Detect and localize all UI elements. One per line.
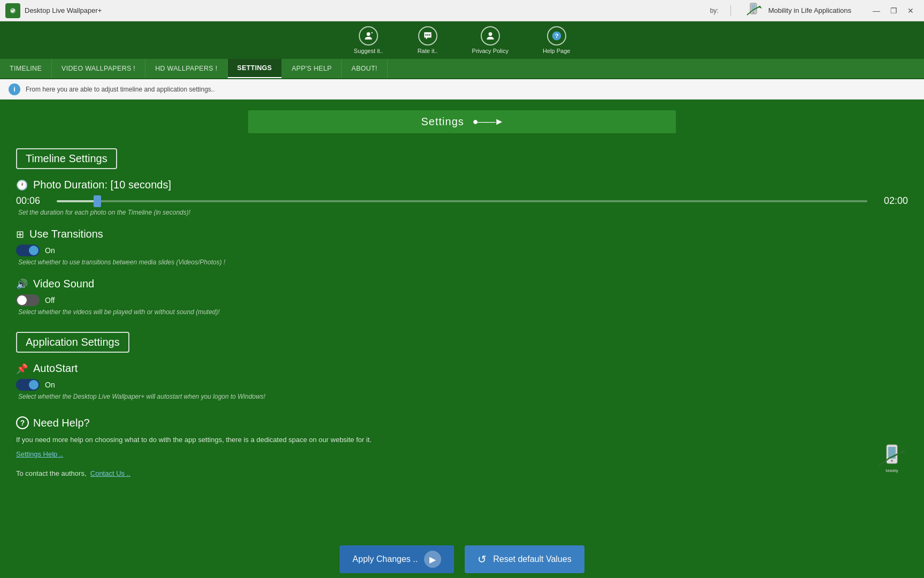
help-text2-container: To contact the authors, Contact Us .. (16, 468, 908, 480)
tab-timeline[interactable]: TIMELINE (0, 59, 52, 78)
autostart-knob (29, 380, 38, 390)
app-logo (5, 3, 20, 18)
transitions-row: ⊞ Use Transitions On Select whether to u… (16, 228, 908, 266)
help-section: ? Need Help? If you need more help on ch… (16, 416, 908, 480)
by-label: by: (710, 7, 719, 14)
main-content: Settings ●——► Timeline Settings 🕐 Photo … (0, 100, 924, 541)
transitions-toggle[interactable] (16, 245, 40, 256)
autostart-icon: 📌 (16, 363, 28, 375)
video-sound-toggle-row: Off (16, 294, 908, 306)
tab-about[interactable]: ABOUT! (342, 59, 387, 78)
privacy-icon (481, 26, 500, 45)
transitions-toggle-row: On (16, 245, 908, 256)
info-icon: i (9, 83, 20, 95)
settings-header-icon: ●——► (473, 116, 503, 127)
help-text2: To contact the authors, (16, 469, 87, 477)
autostart-state: On (45, 381, 55, 389)
help-heading: ? Need Help? (16, 416, 908, 429)
svg-point-7 (425, 34, 427, 36)
tab-video[interactable]: VIDEO WALLPAPERS ! (52, 59, 145, 78)
apply-changes-button[interactable]: Apply Changes .. ▶ (340, 545, 454, 573)
titlebar-left: Desktop Live Wallpaper+ (5, 3, 102, 18)
help-text1: If you need more help on choosing what t… (16, 435, 908, 446)
apply-arrow-icon: ▶ (424, 551, 441, 568)
settings-header: Settings ●——► (248, 110, 676, 133)
toolbar-help[interactable]: ? Help Page (536, 23, 576, 57)
info-bar: i From here you are able to adjust timel… (0, 79, 924, 100)
autostart-label: AutoStart (33, 362, 78, 375)
video-sound-row: 🔊 Video Sound Off Select whether the vid… (16, 278, 908, 316)
autostart-toggle[interactable] (16, 379, 40, 391)
transitions-label: Use Transitions (29, 228, 103, 240)
bottom-bar: Apply Changes .. ▶ ↺ Reset default Value… (0, 541, 924, 578)
rate-icon (418, 26, 437, 45)
autostart-row: 📌 AutoStart On Select whether the Deskto… (16, 362, 908, 400)
toolbar-suggest[interactable]: Suggest it.. (348, 23, 390, 57)
video-sound-knob (17, 295, 27, 305)
svg-marker-16 (901, 450, 906, 454)
svg-marker-5 (759, 5, 762, 9)
toolbar: Suggest it.. Rate it.. Privacy Policy ? (0, 21, 924, 59)
photo-duration-icon: 🕐 (16, 179, 28, 191)
svg-text:Mobility: Mobility (886, 469, 898, 473)
video-sound-toggle[interactable] (16, 294, 40, 306)
svg-text:?: ? (555, 32, 558, 39)
video-sound-state: Off (45, 296, 55, 305)
svg-point-8 (427, 34, 428, 36)
rate-label: Rate it.. (418, 48, 438, 54)
minimize-button[interactable]: — (868, 3, 884, 18)
settings-title: Settings (421, 116, 464, 128)
close-button[interactable]: ✕ (903, 3, 919, 18)
help-heading-text: Need Help? (33, 417, 90, 429)
mobility-logo[interactable]: Mobility in Life Applications (743, 2, 851, 19)
slider-fill (57, 200, 97, 202)
app-section-heading: Application Settings (16, 332, 129, 353)
reset-icon: ↺ (478, 553, 487, 566)
transitions-knob (29, 246, 38, 255)
photo-duration-desc: Set the duration for each photo on the T… (18, 209, 908, 216)
reset-defaults-button[interactable]: ↺ Reset default Values (465, 545, 584, 573)
svg-point-15 (891, 460, 893, 462)
svg-point-6 (367, 32, 371, 36)
tab-apps-help[interactable]: APP'S HELP (282, 59, 342, 78)
svg-point-4 (752, 11, 754, 13)
svg-point-9 (429, 34, 430, 36)
timeline-section-heading: Timeline Settings (16, 148, 117, 169)
maximize-button[interactable]: ❐ (886, 3, 902, 18)
slider-time-end: 02:00 (876, 195, 908, 207)
video-sound-icon: 🔊 (16, 278, 28, 290)
suggest-label: Suggest it.. (354, 48, 383, 54)
autostart-toggle-row: On (16, 379, 908, 391)
autostart-desc: Select whether the Desktop Live Wallpape… (18, 393, 908, 400)
mobility-icon (743, 2, 764, 19)
video-sound-desc: Select whether the videos will be played… (18, 308, 908, 316)
tab-hd[interactable]: HD WALLPAPERS ! (145, 59, 227, 78)
transitions-state: On (45, 246, 55, 255)
tab-settings[interactable]: SETTINGS (228, 59, 282, 78)
titlebar-controls: — ❐ ✕ (868, 3, 919, 18)
titlebar: Desktop Live Wallpaper+ by: Mobility in … (0, 0, 924, 21)
helppage-label: Help Page (543, 48, 570, 54)
svg-text:in Life: in Life (888, 474, 896, 474)
nav-tabs: TIMELINE VIDEO WALLPAPERS ! HD WALLPAPER… (0, 59, 924, 79)
privacy-label: Privacy Policy (472, 48, 509, 54)
divider (730, 5, 731, 16)
help-question-icon: ? (16, 416, 29, 429)
photo-duration-slider-container: 00:06 02:00 (16, 195, 908, 207)
photo-duration-label: Photo Duration: [10 seconds] (33, 179, 171, 191)
toolbar-rate[interactable]: Rate it.. (411, 23, 444, 57)
titlebar-right: by: Mobility in Life Applications — ❐ ✕ (710, 2, 919, 19)
slider-thumb[interactable] (94, 195, 101, 207)
transitions-icon: ⊞ (16, 229, 24, 240)
transitions-desc: Select whether to use transitions betwee… (18, 258, 908, 266)
svg-point-10 (488, 32, 492, 36)
reset-label: Reset default Values (493, 554, 571, 564)
slider-time-start: 00:06 (16, 195, 48, 207)
settings-help-link[interactable]: Settings Help .. (16, 450, 63, 458)
apply-label: Apply Changes .. (352, 554, 418, 564)
side-logo: Mobility in Life Applications (871, 442, 913, 476)
mobility-text: Mobility in Life Applications (768, 6, 851, 14)
contact-us-link[interactable]: Contact Us .. (90, 469, 130, 477)
toolbar-privacy[interactable]: Privacy Policy (466, 23, 515, 57)
photo-duration-slider[interactable] (57, 200, 867, 202)
